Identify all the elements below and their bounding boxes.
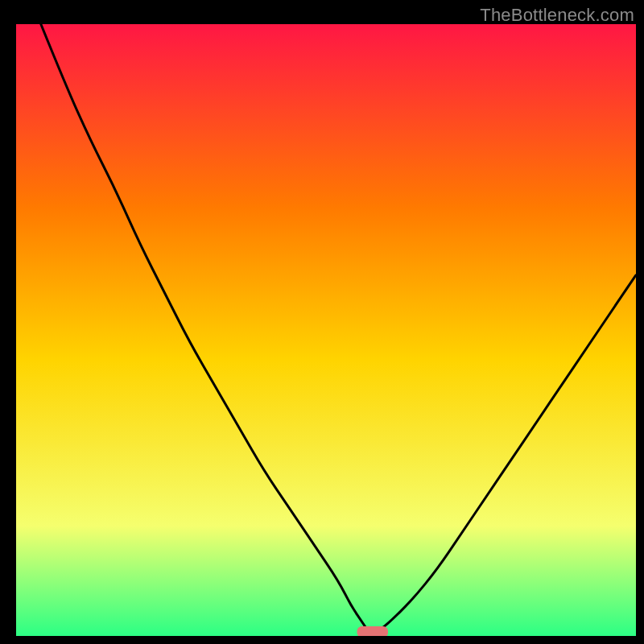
watermark-text: TheBottleneck.com bbox=[480, 5, 634, 26]
chart-plot-area bbox=[16, 24, 636, 636]
chart-container: TheBottleneck.com bbox=[0, 0, 644, 644]
gradient-background bbox=[16, 24, 636, 636]
optimal-marker bbox=[357, 626, 389, 636]
chart-svg bbox=[16, 24, 636, 636]
